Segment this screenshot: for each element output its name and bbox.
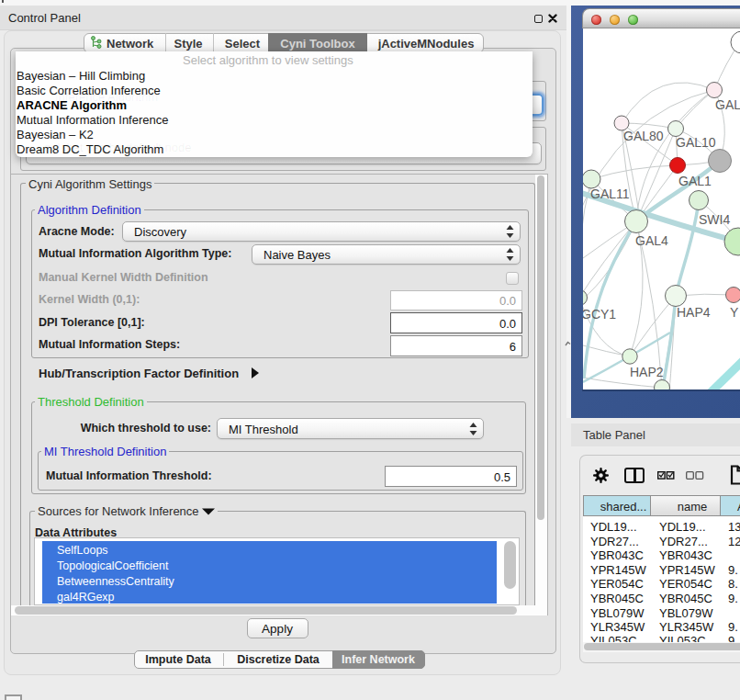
svg-text:GAL11: GAL11 xyxy=(590,186,630,201)
svg-text:GAL4: GAL4 xyxy=(635,233,668,248)
svg-text:GCY1: GCY1 xyxy=(583,307,616,322)
svg-text:HAP2: HAP2 xyxy=(630,365,664,379)
svg-text:SWI4: SWI4 xyxy=(699,212,730,227)
svg-text:HAP4: HAP4 xyxy=(677,305,711,320)
svg-text:GAL7: GAL7 xyxy=(715,97,740,112)
svg-text:GAL80: GAL80 xyxy=(623,129,664,143)
svg-text:Y: Y xyxy=(730,305,739,320)
svg-text:GAL10: GAL10 xyxy=(676,135,716,150)
svg-text:GAL1: GAL1 xyxy=(678,174,712,188)
